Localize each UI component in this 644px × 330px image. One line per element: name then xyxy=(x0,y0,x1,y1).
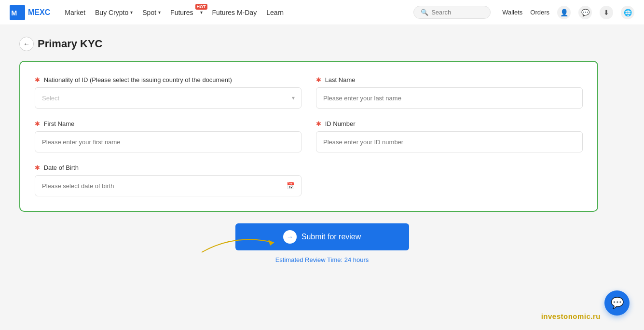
main-nav: Market Buy Crypto ▾ Spot ▾ Futures HOT ▾… xyxy=(60,0,288,25)
page-title: Primary KYC xyxy=(38,38,103,50)
chevron-down-icon: ▾ xyxy=(200,10,203,15)
chat-button[interactable]: 💬 xyxy=(604,290,630,316)
last-name-input[interactable] xyxy=(316,87,583,109)
download-icon[interactable]: ⬇ xyxy=(600,6,613,19)
required-star-5: ✱ xyxy=(35,164,40,171)
wallets-button[interactable]: Wallets xyxy=(502,9,522,16)
nav-futures-m-day[interactable]: Futures M-Day xyxy=(207,0,262,25)
form-row-1: ✱ Nationality of ID (Please select the i… xyxy=(35,76,583,109)
back-nav: ← Primary KYC xyxy=(19,37,625,51)
review-time: Estimated Review Time: 24 hours xyxy=(275,256,369,263)
nav-spot[interactable]: Spot ▾ xyxy=(137,0,165,25)
id-number-col: ✱ ID Number xyxy=(316,120,583,152)
last-name-col: ✱ Last Name xyxy=(316,76,583,109)
dob-label: ✱ Date of Birth xyxy=(35,164,301,171)
first-name-label: ✱ First Name xyxy=(35,120,301,127)
header: M MEXC Market Buy Crypto ▾ Spot ▾ Future… xyxy=(0,0,644,25)
header-actions: Wallets Orders 👤 💬 ⬇ 🌐 xyxy=(502,6,634,19)
nationality-label: ✱ Nationality of ID (Please select the i… xyxy=(35,76,301,83)
last-name-label: ✱ Last Name xyxy=(316,76,583,83)
logo[interactable]: M MEXC xyxy=(10,5,50,20)
language-icon[interactable]: 🌐 xyxy=(621,6,634,19)
review-time-label: Estimated Review Time: xyxy=(275,256,343,263)
messages-icon[interactable]: 💬 xyxy=(578,6,592,19)
nav-buy-crypto[interactable]: Buy Crypto ▾ xyxy=(90,0,137,25)
required-star-4: ✱ xyxy=(316,120,321,127)
nav-learn[interactable]: Learn xyxy=(261,0,288,25)
dob-col: ✱ Date of Birth 📅 xyxy=(35,164,301,196)
id-number-input[interactable] xyxy=(316,131,583,152)
form-row-3: ✱ Date of Birth 📅 xyxy=(35,164,583,196)
watermark: investonomic.ru xyxy=(541,312,601,320)
nationality-select[interactable]: Select xyxy=(35,87,301,109)
nav-market[interactable]: Market xyxy=(60,0,90,25)
required-star: ✱ xyxy=(35,76,40,83)
first-name-col: ✱ First Name xyxy=(35,120,301,152)
back-button[interactable]: ← xyxy=(19,37,34,51)
first-name-input[interactable] xyxy=(35,131,301,152)
hot-badge: HOT xyxy=(195,4,207,10)
search-box[interactable]: 🔍 xyxy=(413,6,491,19)
chat-icon: 💬 xyxy=(611,297,624,309)
orders-button[interactable]: Orders xyxy=(530,9,549,16)
page-content: ← Primary KYC ✱ Nationality of ID (Pleas… xyxy=(0,25,644,275)
submit-label: Submit for review xyxy=(301,233,361,241)
nationality-col: ✱ Nationality of ID (Please select the i… xyxy=(35,76,301,109)
user-icon[interactable]: 👤 xyxy=(557,6,571,19)
search-icon: 🔍 xyxy=(421,9,428,16)
kyc-form-card: ✱ Nationality of ID (Please select the i… xyxy=(19,61,598,212)
chevron-down-icon: ▾ xyxy=(158,10,161,15)
submit-section: → Submit for review Estimated Review Tim… xyxy=(19,223,625,263)
arrow-right-icon: → xyxy=(283,230,297,244)
svg-text:M: M xyxy=(11,9,17,17)
chevron-down-icon: ▾ xyxy=(130,10,133,15)
nationality-select-wrapper: Select ▾ xyxy=(35,87,301,109)
form-row-2: ✱ First Name ✱ ID Number xyxy=(35,120,583,152)
dob-input[interactable] xyxy=(35,175,301,196)
submit-button[interactable]: → Submit for review xyxy=(235,223,409,250)
required-star-2: ✱ xyxy=(316,76,321,83)
review-time-value: 24 hours xyxy=(344,256,369,263)
nav-futures[interactable]: Futures HOT ▾ xyxy=(165,0,207,25)
logo-text: MEXC xyxy=(28,8,50,17)
id-number-label: ✱ ID Number xyxy=(316,120,583,127)
dob-wrapper: 📅 xyxy=(35,175,301,196)
required-star-3: ✱ xyxy=(35,120,40,127)
search-input[interactable] xyxy=(431,9,483,16)
empty-col xyxy=(316,164,583,196)
